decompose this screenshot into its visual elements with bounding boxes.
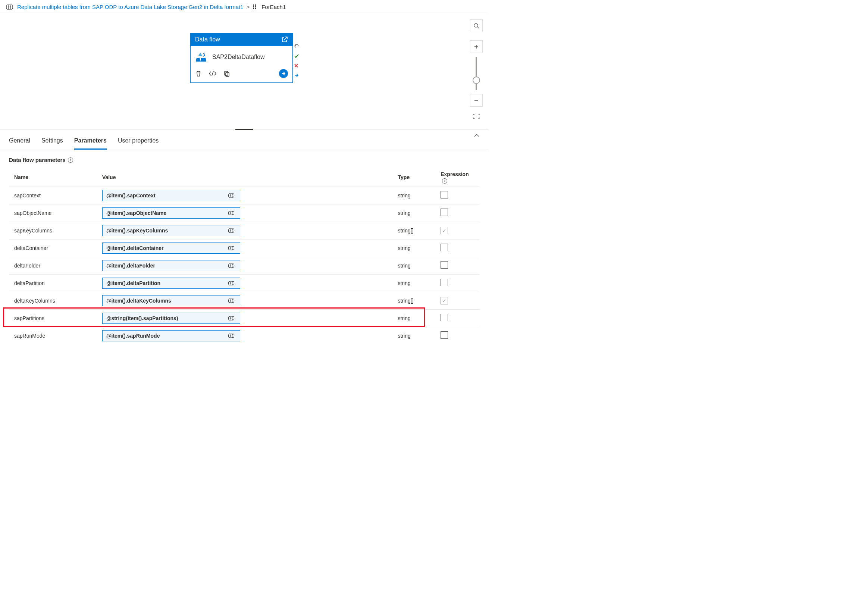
dataflow-card-header[interactable]: Data flow	[191, 33, 293, 46]
svg-point-16	[232, 229, 234, 233]
canvas-controls	[470, 19, 483, 120]
section-title: Data flow parameters i	[9, 157, 480, 163]
param-type: string	[394, 239, 437, 257]
expression-checkbox[interactable]	[440, 244, 448, 251]
col-type: Type	[394, 168, 437, 186]
tab-parameters[interactable]: Parameters	[74, 134, 107, 150]
table-row: deltaContainer@item().deltaContainerstri…	[9, 239, 480, 257]
param-name: deltaContainer	[9, 239, 98, 257]
parameters-table: Name Value Type Expression i sapContext@…	[9, 168, 480, 343]
dataflow-card[interactable]: Data flow SAP2DeltaDataflow	[190, 33, 293, 83]
undo-icon[interactable]	[294, 44, 300, 48]
svg-point-26	[232, 317, 234, 320]
error-icon[interactable]	[294, 64, 300, 68]
svg-rect-4	[253, 8, 254, 9]
param-value-text: @item().deltaContainer	[106, 245, 164, 251]
svg-point-15	[228, 229, 230, 233]
tab-user-properties[interactable]: User properties	[118, 134, 158, 150]
param-value-input[interactable]: @string(item().sapPartitions)	[102, 313, 240, 324]
table-row: sapRunMode@item().sapRunModestring	[9, 327, 480, 343]
param-name: sapObjectName	[9, 204, 98, 222]
open-external-icon[interactable]	[281, 36, 288, 43]
zoom-in-button[interactable]	[470, 40, 483, 53]
param-value-input[interactable]: @item().sapRunMode	[102, 330, 240, 341]
svg-rect-7	[255, 8, 256, 9]
param-type: string	[394, 274, 437, 292]
param-value-input[interactable]: @item().deltaFolder	[102, 260, 240, 271]
param-value-input[interactable]: @item().sapKeyColumns	[102, 225, 240, 236]
svg-point-1	[11, 5, 13, 9]
svg-point-23	[228, 299, 230, 303]
svg-point-25	[228, 317, 230, 320]
copy-icon[interactable]	[223, 70, 230, 77]
pipeline-icon	[6, 4, 14, 10]
fit-screen-icon[interactable]	[473, 113, 480, 120]
go-button[interactable]	[279, 69, 288, 78]
param-value-text: @item().sapKeyColumns	[106, 228, 168, 234]
param-value-text: @item().sapContext	[106, 192, 155, 199]
param-name: deltaFolder	[9, 257, 98, 274]
svg-point-19	[228, 264, 230, 267]
param-value-text: @item().deltaPartition	[106, 280, 160, 286]
param-value-input[interactable]: @item().deltaContainer	[102, 242, 240, 254]
expression-checkbox[interactable]	[440, 208, 448, 216]
col-expr: Expression i	[437, 168, 480, 186]
expression-checkbox[interactable]	[440, 191, 448, 199]
svg-point-0	[6, 5, 9, 9]
svg-point-28	[232, 334, 234, 338]
table-row: deltaPartition@item().deltaPartitionstri…	[9, 274, 480, 292]
svg-point-12	[232, 194, 234, 197]
svg-rect-8	[225, 71, 228, 75]
svg-point-27	[228, 334, 230, 338]
delete-icon[interactable]	[195, 70, 202, 77]
expression-checkbox[interactable]	[440, 227, 448, 234]
canvas[interactable]: Data flow SAP2DeltaDataflow	[0, 14, 489, 130]
param-value-text: @item().sapObjectName	[106, 210, 166, 216]
tab-settings[interactable]: Settings	[42, 134, 63, 150]
table-row: sapContext@item().sapContextstring	[9, 186, 480, 204]
card-side-icons	[294, 44, 300, 78]
col-name: Name	[9, 168, 98, 186]
svg-rect-6	[255, 6, 256, 8]
svg-point-13	[228, 211, 230, 215]
zoom-out-button[interactable]	[470, 94, 483, 107]
info-icon[interactable]: i	[68, 157, 73, 163]
svg-point-18	[232, 246, 234, 250]
info-icon[interactable]: i	[442, 178, 447, 183]
param-type: string[]	[394, 292, 437, 309]
tab-general[interactable]: General	[9, 134, 30, 150]
collapse-panel-button[interactable]	[474, 133, 480, 137]
param-value-input[interactable]: @item().deltaPartition	[102, 278, 240, 289]
expression-checkbox[interactable]	[440, 261, 448, 269]
search-button[interactable]	[470, 19, 483, 32]
pipeline-icon	[228, 210, 236, 216]
expression-checkbox[interactable]	[440, 297, 448, 304]
tabs: General Settings Parameters User propert…	[0, 130, 489, 150]
table-row: deltaFolder@item().deltaFolderstring	[9, 257, 480, 274]
param-value-input[interactable]: @item().sapContext	[102, 190, 240, 201]
param-value-text: @item().deltaKeyColumns	[106, 298, 171, 304]
dataflow-name: SAP2DeltaDataflow	[212, 54, 265, 61]
param-name: sapKeyColumns	[9, 222, 98, 239]
expression-checkbox[interactable]	[440, 331, 448, 339]
pipeline-icon	[228, 228, 236, 233]
pipeline-icon	[228, 298, 236, 303]
param-value-text: @string(item().sapPartitions)	[106, 315, 178, 321]
param-value-input[interactable]: @item().deltaKeyColumns	[102, 295, 240, 306]
svg-point-10	[474, 23, 478, 27]
svg-point-17	[228, 246, 230, 250]
expression-checkbox[interactable]	[440, 279, 448, 286]
zoom-slider[interactable]	[476, 57, 477, 90]
pipeline-icon	[228, 316, 236, 321]
dataflow-card-body: SAP2DeltaDataflow	[191, 46, 293, 66]
breadcrumb-link[interactable]: Replicate multiple tables from SAP ODP t…	[17, 4, 243, 10]
param-name: sapRunMode	[9, 327, 98, 343]
skip-icon[interactable]	[294, 73, 300, 78]
expression-checkbox[interactable]	[440, 314, 448, 321]
param-value-input[interactable]: @item().sapObjectName	[102, 208, 240, 219]
section-title-text: Data flow parameters	[9, 157, 66, 163]
param-type: string	[394, 309, 437, 327]
code-icon[interactable]	[209, 70, 217, 76]
svg-rect-2	[253, 5, 254, 6]
success-icon[interactable]	[294, 54, 300, 58]
